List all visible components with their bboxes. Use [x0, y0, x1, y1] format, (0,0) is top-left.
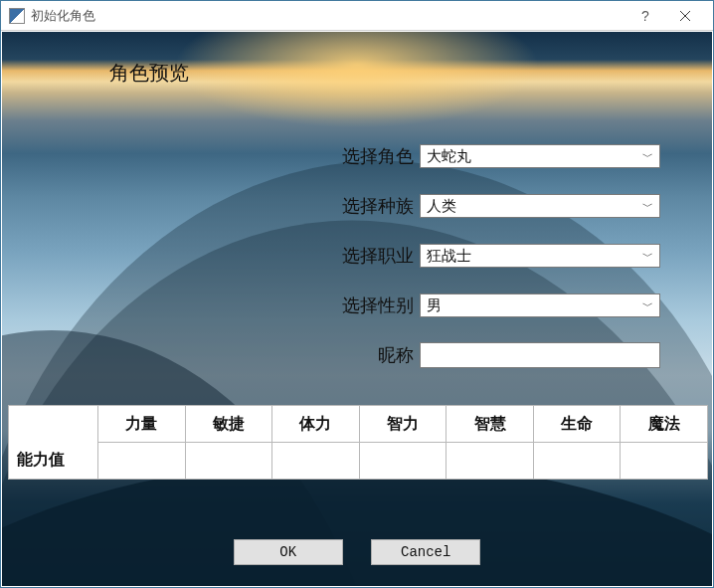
stats-table: 力量 敏捷 体力 智力 智慧 生命 魔法 能力值 [8, 405, 708, 480]
window-title: 初始化角色 [31, 7, 95, 25]
chevron-down-icon: ﹀ [642, 298, 653, 313]
close-icon [680, 11, 690, 21]
help-button[interactable]: ? [625, 2, 665, 30]
race-select[interactable]: 人类 ﹀ [420, 194, 660, 218]
stats-value-row: 能力值 [9, 443, 708, 480]
chevron-down-icon: ﹀ [642, 249, 653, 264]
stats-value [446, 443, 534, 480]
race-select-value: 人类 [427, 197, 456, 216]
stats-value [621, 443, 708, 480]
stats-header-row: 力量 敏捷 体力 智力 智慧 生命 魔法 [9, 406, 708, 443]
role-select-value: 大蛇丸 [427, 147, 471, 166]
role-label: 选择角色 [304, 144, 420, 168]
stats-row-label: 能力值 [9, 443, 98, 480]
race-label: 选择种族 [304, 194, 420, 218]
dialog-buttons: OK Cancel [2, 539, 712, 565]
job-select[interactable]: 狂战士 ﹀ [420, 244, 660, 268]
stats-value [533, 443, 621, 480]
nickname-input[interactable] [420, 342, 660, 368]
stats-header: 智慧 [446, 406, 534, 443]
job-label: 选择职业 [304, 244, 420, 268]
stats-header: 敏捷 [185, 406, 272, 443]
gender-select-value: 男 [427, 296, 442, 315]
stats-value [272, 443, 360, 480]
cancel-button[interactable]: Cancel [371, 539, 480, 565]
stats-value [98, 443, 186, 480]
stats-table-wrap: 力量 敏捷 体力 智力 智慧 生命 魔法 能力值 [8, 405, 708, 480]
gender-select[interactable]: 男 ﹀ [420, 294, 660, 317]
job-select-value: 狂战士 [427, 247, 471, 266]
stats-header: 生命 [533, 406, 621, 443]
stats-header: 智力 [359, 406, 446, 443]
chevron-down-icon: ﹀ [642, 149, 653, 164]
gender-label: 选择性别 [304, 294, 420, 317]
titlebar: 初始化角色 ? [1, 1, 713, 31]
app-icon [9, 8, 25, 24]
preview-heading: 角色预览 [109, 60, 189, 87]
stats-value [185, 443, 272, 480]
close-button[interactable] [665, 2, 705, 30]
nickname-label: 昵称 [304, 343, 420, 367]
character-form: 选择角色 大蛇丸 ﹀ 选择种族 人类 ﹀ [304, 141, 662, 390]
chevron-down-icon: ﹀ [642, 199, 653, 214]
stats-header: 力量 [98, 406, 186, 443]
stats-value [359, 443, 446, 480]
ok-button[interactable]: OK [234, 539, 343, 565]
role-select[interactable]: 大蛇丸 ﹀ [420, 144, 660, 168]
stats-header: 体力 [272, 406, 360, 443]
stats-header: 魔法 [621, 406, 708, 443]
dialog-window: 初始化角色 ? 角色预览 选择角色 大蛇丸 [0, 0, 714, 588]
